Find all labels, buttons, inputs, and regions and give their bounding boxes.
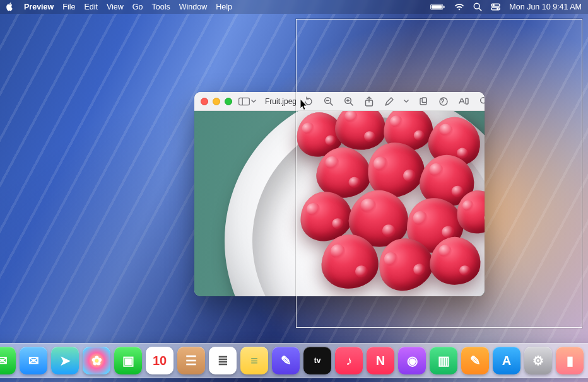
cursor-pointer — [300, 98, 309, 111]
dock-music[interactable]: ♪ — [335, 347, 363, 374]
window-titlebar[interactable]: Fruit.jpeg — [194, 92, 485, 111]
dock-photos[interactable]: ✿ — [83, 347, 110, 374]
svg-point-8 — [497, 8, 498, 9]
window-title: Fruit.jpeg — [265, 97, 297, 106]
dock-numbers[interactable]: ▥ — [430, 347, 457, 374]
svg-point-23 — [480, 98, 485, 103]
dock-messages[interactable]: ✉ — [0, 347, 16, 374]
dock-mail[interactable]: ✉ — [20, 347, 47, 374]
apple-menu[interactable] — [6, 3, 15, 11]
spotlight-search-icon[interactable] — [473, 3, 482, 11]
menu-tools[interactable]: Tools — [152, 3, 170, 11]
zoom-in-icon[interactable] — [343, 96, 355, 107]
dock-maps[interactable]: ➤ — [51, 347, 79, 374]
wifi-icon[interactable] — [454, 3, 464, 11]
svg-line-15 — [350, 103, 353, 105]
highlight-icon[interactable] — [458, 96, 469, 107]
crop-icon[interactable] — [418, 96, 429, 107]
app-menu[interactable]: Preview — [24, 3, 54, 11]
dock-news[interactable]: N — [367, 347, 394, 374]
dock-settings[interactable]: ⚙ — [524, 347, 552, 374]
battery-icon[interactable] — [430, 3, 445, 11]
dock-pages[interactable]: ✎ — [461, 347, 489, 374]
svg-rect-9 — [239, 98, 250, 105]
toolbar — [303, 96, 485, 107]
markup-dropdown-icon[interactable] — [404, 96, 409, 107]
zoom-button[interactable] — [225, 98, 232, 105]
menu-bar-clock[interactable]: Mon Jun 10 9:41 AM — [509, 3, 582, 11]
menu-window[interactable]: Window — [179, 3, 207, 11]
menu-edit[interactable]: Edit — [84, 3, 98, 11]
search-icon[interactable] — [478, 96, 485, 107]
sidebar-toggle[interactable] — [238, 97, 256, 106]
menu-bar: Preview File Edit View Go Tools Window H… — [0, 0, 588, 14]
zoom-out-icon[interactable] — [323, 96, 334, 107]
close-button[interactable] — [201, 98, 208, 105]
menu-view[interactable]: View — [107, 3, 124, 11]
svg-rect-22 — [466, 98, 468, 104]
share-icon[interactable] — [363, 96, 375, 107]
svg-rect-2 — [432, 5, 442, 9]
svg-point-3 — [474, 3, 480, 9]
info-icon[interactable] — [438, 96, 449, 107]
svg-rect-1 — [444, 6, 445, 8]
window-controls — [201, 98, 232, 105]
preview-window[interactable]: Fruit.jpeg — [194, 92, 485, 296]
dock-freeform[interactable]: ✎ — [272, 347, 300, 374]
minimize-button[interactable] — [213, 98, 220, 105]
dock: ☺⊞✦✉✉➤✿▣10☰≣≡✎tv♪N◉▥✎A⚙▮▣⬇ — [0, 343, 588, 378]
dock-contacts[interactable]: ☰ — [177, 347, 205, 374]
svg-rect-20 — [422, 98, 426, 103]
menu-help[interactable]: Help — [216, 3, 232, 11]
svg-line-4 — [479, 8, 481, 11]
dock-appstore[interactable]: A — [493, 347, 520, 374]
svg-point-6 — [493, 4, 495, 6]
dock-notes[interactable]: ≡ — [240, 347, 268, 374]
svg-line-12 — [330, 103, 332, 105]
raspberries — [291, 111, 485, 292]
menu-go[interactable]: Go — [132, 3, 143, 11]
dock-facetime[interactable]: ▣ — [114, 347, 142, 374]
dock-iphone-mirroring[interactable]: ▮ — [556, 347, 584, 374]
markup-icon[interactable] — [384, 96, 395, 107]
image-viewport[interactable] — [194, 111, 485, 296]
menu-file[interactable]: File — [62, 3, 75, 11]
dock-calendar[interactable]: 10 — [146, 347, 173, 374]
dock-reminders[interactable]: ≣ — [209, 347, 237, 374]
dock-podcasts[interactable]: ◉ — [398, 347, 426, 374]
control-center-icon[interactable] — [491, 3, 500, 11]
dock-tv[interactable]: tv — [303, 347, 331, 374]
